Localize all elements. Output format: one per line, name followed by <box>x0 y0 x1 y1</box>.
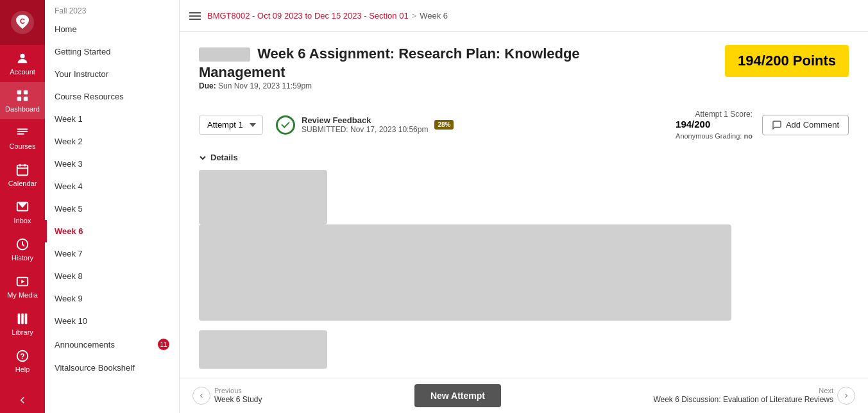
nav-item-courses[interactable]: Courses <box>0 119 45 156</box>
sidebar-item-week-10[interactable]: Week 10 <box>45 310 179 332</box>
sidebar-item-vitalsource[interactable]: Vitalsource Bookshelf <box>45 357 179 379</box>
next-arrow-icon[interactable] <box>837 387 855 405</box>
sidebar-item-course-resources[interactable]: Course Resources <box>45 85 179 108</box>
new-attempt-button[interactable]: New Attempt <box>414 384 501 407</box>
sidebar-item-week-2[interactable]: Week 2 <box>45 130 179 153</box>
sidebar-item-week-6[interactable]: Week 6 <box>45 220 179 242</box>
submitted-label: SUBMITTED: Nov 17, 2023 10:56pm <box>302 125 428 134</box>
submitted-icon <box>276 115 295 135</box>
breadcrumb-course-link[interactable]: BMGT8002 - Oct 09 2023 to Dec 15 2023 - … <box>207 11 409 21</box>
next-title: Week 6 Discussion: Evaluation of Literat… <box>653 395 833 405</box>
courseroom-logo[interactable]: C <box>0 0 45 45</box>
add-comment-button[interactable]: Add Comment <box>762 115 849 135</box>
announcements-badge: 11 <box>158 339 169 350</box>
svg-rect-6 <box>24 97 28 101</box>
next-label: Next <box>653 386 833 395</box>
svg-text:?: ? <box>20 352 24 361</box>
nav-item-dashboard[interactable]: Dashboard <box>0 82 45 119</box>
svg-rect-5 <box>17 97 21 101</box>
sidebar-item-week-7[interactable]: Week 7 <box>45 242 179 265</box>
chevron-down-icon <box>199 154 207 162</box>
svg-rect-4 <box>24 90 28 94</box>
next-nav-button[interactable]: Next Week 6 Discussion: Evaluation of Li… <box>653 386 855 405</box>
nav-item-inbox[interactable]: Inbox <box>0 194 45 231</box>
sidebar-item-getting-started[interactable]: Getting Started <box>45 40 179 63</box>
left-navigation: C Account Dashboard Courses Calendar Inb… <box>0 0 45 413</box>
svg-text:C: C <box>20 17 25 25</box>
blurred-block-main <box>199 224 731 321</box>
blurred-block-top <box>199 170 327 224</box>
sidebar-item-week-1[interactable]: Week 1 <box>45 108 179 130</box>
nav-item-help[interactable]: ? Help <box>0 342 45 380</box>
review-feedback-label: Review Feedback <box>302 115 428 125</box>
sidebar-season: Fall 2023 <box>45 0 179 18</box>
svg-rect-3 <box>17 90 21 94</box>
svg-marker-14 <box>21 280 25 283</box>
attempt-row: Attempt 1 Review Feedback SUBMITTED: Nov… <box>199 110 849 140</box>
svg-rect-16 <box>21 314 24 324</box>
due-date: Due: Sun Nov 19, 2023 11:59pm <box>199 81 635 90</box>
course-sidebar: Fall 2023 Home Getting Started Your Inst… <box>45 0 180 413</box>
nav-item-mymedia[interactable]: My Media <box>0 268 45 305</box>
similarity-tag: 28% <box>434 120 454 130</box>
svg-rect-15 <box>18 314 21 324</box>
blurred-content-area <box>199 170 849 369</box>
previous-label: Previous <box>214 386 262 395</box>
nav-item-history[interactable]: History <box>0 231 45 268</box>
previous-arrow-icon[interactable] <box>192 387 210 405</box>
svg-point-2 <box>20 54 24 58</box>
sidebar-item-week-9[interactable]: Week 9 <box>45 287 179 310</box>
comment-icon <box>772 120 782 130</box>
svg-rect-17 <box>25 314 28 324</box>
sidebar-item-home[interactable]: Home <box>45 18 179 40</box>
sidebar-item-week-4[interactable]: Week 4 <box>45 175 179 198</box>
anon-grading: Anonymous Grading: no <box>676 132 753 140</box>
previous-title: Week 6 Study <box>214 395 262 405</box>
nav-item-calendar[interactable]: Calendar <box>0 156 45 194</box>
sidebar-item-announcements[interactable]: Announcements 11 <box>45 332 179 357</box>
bottom-navigation-bar: Previous Week 6 Study New Attempt Next W… <box>180 378 868 413</box>
previous-nav-button[interactable]: Previous Week 6 Study <box>192 386 262 405</box>
review-feedback: Review Feedback SUBMITTED: Nov 17, 2023 … <box>276 115 454 135</box>
collapse-nav-button[interactable] <box>0 387 45 413</box>
blurred-block-bottom <box>199 330 327 369</box>
attempt-score-area: Attempt 1 Score: 194/200 Anonymous Gradi… <box>676 110 849 140</box>
assignment-header: Week 6 Assignment: Research Plan: Knowle… <box>199 45 849 103</box>
details-toggle[interactable]: Details <box>199 153 849 162</box>
nav-item-account[interactable]: Account <box>0 45 45 82</box>
sidebar-item-week-8[interactable]: Week 8 <box>45 265 179 287</box>
attempt-score-label: Attempt 1 Score: <box>676 110 753 119</box>
sidebar-item-week-5[interactable]: Week 5 <box>45 198 179 220</box>
points-badge: 194/200 Points <box>725 45 849 77</box>
attempt-score-value: 194/200 <box>676 119 753 130</box>
attempt-dropdown[interactable]: Attempt 1 <box>199 115 263 135</box>
details-section: Details <box>199 153 849 369</box>
sidebar-item-week-3[interactable]: Week 3 <box>45 153 179 175</box>
nav-item-library[interactable]: Library <box>0 305 45 342</box>
svg-rect-7 <box>17 165 28 176</box>
assignment-title: Week 6 Assignment: Research Plan: Knowle… <box>199 45 635 81</box>
topbar: BMGT8002 - Oct 09 2023 to Dec 15 2023 - … <box>180 0 868 32</box>
breadcrumb-section: Week 6 <box>420 11 448 21</box>
breadcrumb: BMGT8002 - Oct 09 2023 to Dec 15 2023 - … <box>207 11 448 21</box>
hamburger-menu-button[interactable] <box>189 12 201 20</box>
main-content: BMGT8002 - Oct 09 2023 to Dec 15 2023 - … <box>180 0 868 413</box>
assignment-title-blurred <box>199 47 250 62</box>
sidebar-item-your-instructor[interactable]: Your Instructor <box>45 63 179 85</box>
breadcrumb-separator: > <box>412 11 417 21</box>
content-area: Week 6 Assignment: Research Plan: Knowle… <box>180 32 868 378</box>
